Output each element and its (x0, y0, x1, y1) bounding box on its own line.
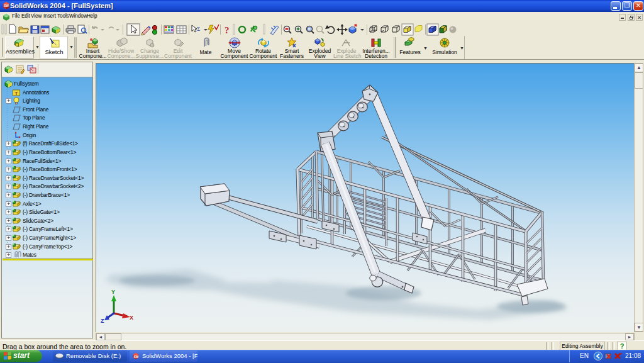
svg-text:T: T (14, 90, 18, 96)
svg-text:Y: Y (111, 289, 115, 295)
svg-text:X: X (130, 315, 133, 321)
svg-text:Z: Z (101, 318, 104, 324)
svg-text:Σ: Σ (197, 26, 200, 32)
svg-text:?: ? (225, 25, 230, 35)
svg-text:SW: SW (4, 4, 9, 8)
svg-text:SW: SW (134, 355, 139, 359)
